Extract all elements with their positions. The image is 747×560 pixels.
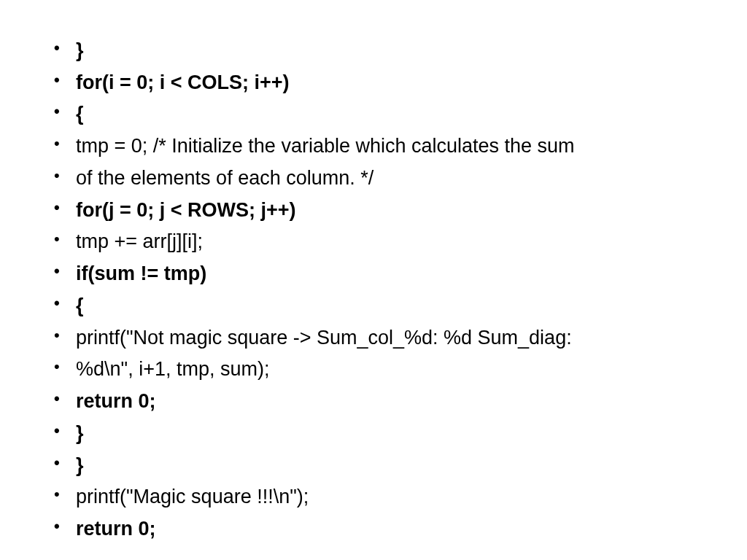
- code-text: printf("Not magic square -> Sum_col_%d: …: [76, 327, 572, 349]
- code-line: for(j = 0; j < ROWS; j++): [44, 195, 703, 227]
- code-line: {: [44, 98, 703, 131]
- code-line: %d\n", i+1, tmp, sum);: [44, 354, 703, 386]
- code-line: tmp = 0; /* Initialize the variable whic…: [44, 131, 703, 163]
- code-text: of the elements of each column. */: [76, 167, 374, 189]
- code-text: tmp = 0; /* Initialize the variable whic…: [76, 135, 575, 157]
- code-line: printf("Magic square !!!\n");: [44, 481, 703, 513]
- code-text: }: [76, 454, 84, 476]
- code-line: if(sum != tmp): [44, 258, 703, 290]
- code-line: }: [44, 418, 703, 450]
- code-text: tmp += arr[j][i];: [76, 230, 203, 252]
- code-text: for(i = 0; i < COLS; i++): [76, 71, 290, 93]
- code-text: for(j = 0; j < ROWS; j++): [76, 199, 296, 221]
- code-list: } for(i = 0; i < COLS; i++) { tmp = 0; /…: [44, 35, 703, 545]
- code-line: of the elements of each column. */: [44, 163, 703, 195]
- code-text: return 0;: [76, 518, 156, 540]
- code-line: tmp += arr[j][i];: [44, 226, 703, 258]
- code-line: return 0;: [44, 386, 703, 418]
- code-line: }: [44, 35, 703, 67]
- code-line: {: [44, 290, 703, 322]
- code-text: {: [76, 295, 84, 316]
- code-text: }: [76, 39, 84, 61]
- code-text: }: [76, 422, 84, 444]
- code-line: printf("Not magic square -> Sum_col_%d: …: [44, 322, 703, 354]
- code-text: return 0;: [76, 390, 156, 412]
- code-line: }: [44, 450, 703, 482]
- code-line: return 0;: [44, 513, 703, 545]
- code-text: {: [76, 103, 84, 125]
- code-text: if(sum != tmp): [76, 262, 206, 284]
- code-text: printf("Magic square !!!\n");: [76, 486, 309, 508]
- code-line: for(i = 0; i < COLS; i++): [44, 67, 703, 99]
- code-text: %d\n", i+1, tmp, sum);: [76, 358, 269, 380]
